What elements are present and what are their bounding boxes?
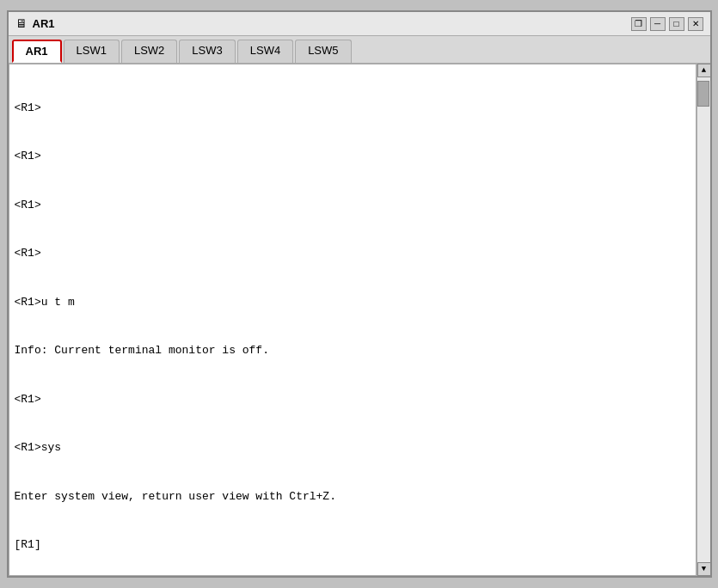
line-8: <R1>sys xyxy=(15,440,690,456)
app-icon: 🖥 xyxy=(15,17,28,31)
line-7: <R1> xyxy=(15,392,690,408)
maximize-button[interactable]: □ xyxy=(669,17,684,31)
title-bar: 🖥 AR1 ❐ ─ □ ✕ xyxy=(9,12,710,36)
scroll-track[interactable] xyxy=(697,77,710,562)
scroll-up-button[interactable]: ▲ xyxy=(697,64,710,77)
window-title: AR1 xyxy=(33,17,55,30)
line-4: <R1> xyxy=(15,246,690,262)
title-bar-left: 🖥 AR1 xyxy=(15,17,55,31)
terminal-wrapper[interactable]: <R1> <R1> <R1> <R1> <R1>u t m Info: Curr… xyxy=(9,64,697,576)
line-6: Info: Current terminal monitor is off. xyxy=(15,343,690,359)
line-10: [R1] xyxy=(15,537,690,554)
tab-lsw5[interactable]: LSW5 xyxy=(295,40,351,63)
tab-ar1[interactable]: AR1 xyxy=(12,40,62,63)
line-3: <R1> xyxy=(15,198,690,214)
scroll-down-button[interactable]: ▼ xyxy=(697,562,710,576)
tab-lsw1[interactable]: LSW1 xyxy=(64,40,120,63)
line-9: Enter system view, return user view with… xyxy=(15,489,690,505)
minimize-button[interactable]: ─ xyxy=(650,17,666,31)
scrollbar[interactable]: ▲ ▼ xyxy=(697,64,710,576)
tab-lsw4[interactable]: LSW4 xyxy=(237,40,293,63)
line-2: <R1> xyxy=(15,149,690,165)
close-button[interactable]: ✕ xyxy=(688,17,703,31)
line-1: <R1> xyxy=(15,101,690,117)
window-controls: ❐ ─ □ ✕ xyxy=(631,17,703,31)
scroll-thumb[interactable] xyxy=(697,81,709,107)
restore-button[interactable]: ❐ xyxy=(631,17,647,31)
content-area: <R1> <R1> <R1> <R1> <R1>u t m Info: Curr… xyxy=(9,64,710,576)
tab-bar: AR1 LSW1 LSW2 LSW3 LSW4 LSW5 xyxy=(9,36,710,64)
tab-lsw3[interactable]: LSW3 xyxy=(179,40,235,63)
line-5: <R1>u t m xyxy=(15,295,690,311)
tab-lsw2[interactable]: LSW2 xyxy=(121,40,177,63)
terminal-content: <R1> <R1> <R1> <R1> <R1>u t m Info: Curr… xyxy=(15,68,690,576)
main-window: 🖥 AR1 ❐ ─ □ ✕ AR1 LSW1 LSW2 LSW3 LSW4 LS… xyxy=(7,10,712,578)
